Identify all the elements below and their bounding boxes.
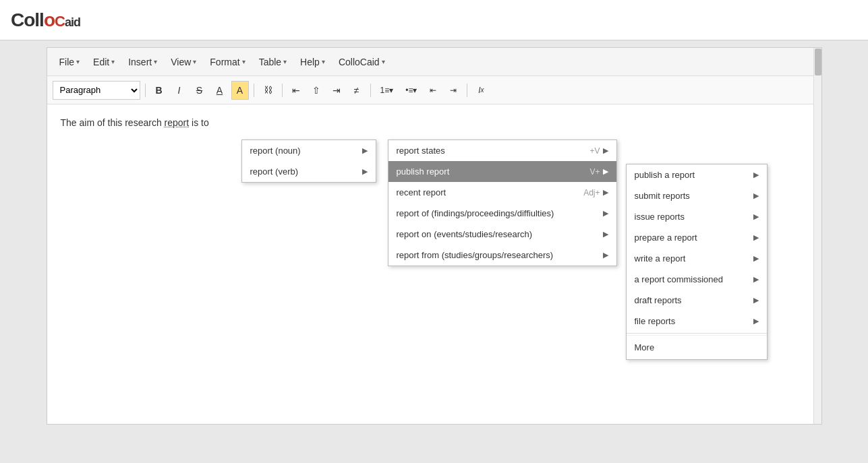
context-menu-level2: report states +V ▶ publish report V+ ▶ r…: [388, 140, 617, 266]
align-center-button[interactable]: ⇧: [308, 81, 325, 100]
ordered-list-button[interactable]: 1≡▾: [376, 81, 399, 100]
ctx-item-submit-reports[interactable]: submit reports ▶: [627, 185, 767, 206]
prepare-a-report-arrow-icon: ▶: [753, 233, 759, 242]
write-a-report-arrow-icon: ▶: [753, 254, 759, 263]
ctx-separator: [627, 333, 767, 334]
report-of-arrow-icon: ▶: [603, 209, 608, 218]
format-chevron-icon: ▾: [242, 58, 245, 65]
draft-reports-arrow-icon: ▶: [753, 296, 759, 305]
bold-button[interactable]: B: [150, 81, 168, 100]
publish-a-report-arrow-icon: ▶: [753, 171, 759, 179]
report-on-arrow-icon: ▶: [603, 230, 608, 239]
toolbar-sep-2: [254, 84, 254, 97]
toolbar-sep-1: [145, 84, 146, 97]
help-chevron-icon: ▾: [322, 58, 325, 65]
toolbar-sep-3: [282, 84, 283, 97]
ctx-item-a-report-commissioned[interactable]: a report commissioned ▶: [627, 269, 767, 290]
submit-reports-arrow-icon: ▶: [753, 191, 759, 200]
ctx-item-report-from[interactable]: report from (studies/groups/researchers)…: [388, 245, 616, 266]
ctx-item-report-noun[interactable]: report (noun) ▶: [242, 140, 376, 161]
ctx-more-button[interactable]: More: [627, 335, 767, 359]
align-justify-button[interactable]: ≠: [348, 81, 366, 100]
edit-chevron-icon: ▾: [111, 58, 115, 65]
menu-view[interactable]: View ▾: [164, 53, 203, 71]
table-chevron-icon: ▾: [283, 58, 287, 65]
text-before: The aim of this research: [61, 117, 165, 128]
ctx-item-report-on[interactable]: report on (events/studies/research) ▶: [388, 224, 616, 245]
menu-help[interactable]: Help ▾: [293, 53, 332, 71]
logo-text: C: [11, 9, 24, 30]
indent-button[interactable]: ⇥: [444, 81, 462, 100]
menu-table[interactable]: Table ▾: [252, 53, 293, 71]
toolbar: Paragraph Heading 1 Heading 2 B I S A A …: [47, 76, 821, 104]
recent-report-arrow-icon: ▶: [603, 188, 608, 197]
paragraph-select[interactable]: Paragraph Heading 1 Heading 2: [53, 81, 140, 100]
ctx-item-draft-reports[interactable]: draft reports ▶: [627, 290, 767, 311]
ctx-item-file-reports[interactable]: file reports ▶: [627, 311, 767, 332]
report-verb-arrow-icon: ▶: [362, 167, 368, 176]
menu-format[interactable]: Format ▾: [203, 53, 252, 71]
issue-reports-arrow-icon: ▶: [753, 212, 759, 221]
ctx-item-publish-report[interactable]: publish report V+ ▶: [388, 161, 616, 182]
align-right-button[interactable]: ⇥: [328, 81, 345, 100]
menu-edit[interactable]: Edit ▾: [86, 53, 121, 71]
link-button[interactable]: ⛓: [259, 81, 277, 100]
editor-wrapper: File ▾ Edit ▾ Insert ▾ View ▾ Format ▾ T…: [47, 47, 822, 425]
italic-button[interactable]: I: [171, 81, 188, 100]
ctx-item-write-a-report[interactable]: write a report ▶: [627, 248, 767, 269]
scrollbar-thumb[interactable]: [815, 49, 821, 75]
highlight-button[interactable]: A: [231, 81, 249, 100]
clear-format-button[interactable]: Ix: [472, 81, 490, 100]
view-chevron-icon: ▾: [193, 58, 196, 65]
report-states-arrow-icon: ▶: [603, 146, 608, 155]
strikethrough-button[interactable]: S: [191, 81, 208, 100]
file-chevron-icon: ▾: [76, 58, 80, 65]
report-noun-arrow-icon: ▶: [362, 146, 368, 155]
menu-insert[interactable]: Insert ▾: [121, 53, 164, 71]
ctx-item-report-of[interactable]: report of (findings/proceedings/diffiult…: [388, 203, 616, 224]
editor-paragraph: The aim of this research report is to: [61, 115, 808, 130]
menu-collocaid[interactable]: ColloCaid ▾: [332, 53, 392, 71]
insert-chevron-icon: ▾: [154, 58, 157, 65]
ctx-item-prepare-a-report[interactable]: prepare a report ▶: [627, 227, 767, 248]
menu-file[interactable]: File ▾: [53, 53, 87, 71]
ctx-item-issue-reports[interactable]: issue reports ▶: [627, 206, 767, 227]
toolbar-sep-4: [370, 84, 371, 97]
menu-bar: File ▾ Edit ▾ Insert ▾ View ▾ Format ▾ T…: [47, 48, 821, 76]
text-after: is to: [189, 117, 209, 128]
font-color-button[interactable]: A: [211, 81, 229, 100]
context-menu-level3: publish a report ▶ submit reports ▶ issu…: [626, 164, 768, 360]
ctx-item-report-verb[interactable]: report (verb) ▶: [242, 161, 376, 182]
ctx-item-report-states[interactable]: report states +V ▶: [388, 140, 616, 161]
ctx-item-publish-a-report[interactable]: publish a report ▶: [627, 164, 767, 185]
toolbar-sep-5: [467, 84, 467, 97]
collocaid-chevron-icon: ▾: [382, 58, 385, 65]
file-reports-arrow-icon: ▶: [753, 317, 759, 326]
editor-content[interactable]: The aim of this research report is to re…: [47, 104, 821, 374]
context-menu-level1: report (noun) ▶ report (verb) ▶: [241, 140, 376, 183]
a-report-commissioned-arrow-icon: ▶: [753, 275, 759, 284]
top-bar: ColloCaid: [0, 0, 868, 40]
outdent-button[interactable]: ⇤: [424, 81, 442, 100]
align-left-button[interactable]: ⇤: [287, 81, 305, 100]
highlighted-word[interactable]: report: [165, 117, 190, 128]
report-from-arrow-icon: ▶: [603, 251, 608, 259]
publish-report-arrow-icon: ▶: [603, 167, 608, 176]
logo: ColloCaid: [11, 9, 80, 31]
ctx-item-recent-report[interactable]: recent report Adj+ ▶: [388, 182, 616, 203]
unordered-list-button[interactable]: •≡▾: [401, 81, 422, 100]
